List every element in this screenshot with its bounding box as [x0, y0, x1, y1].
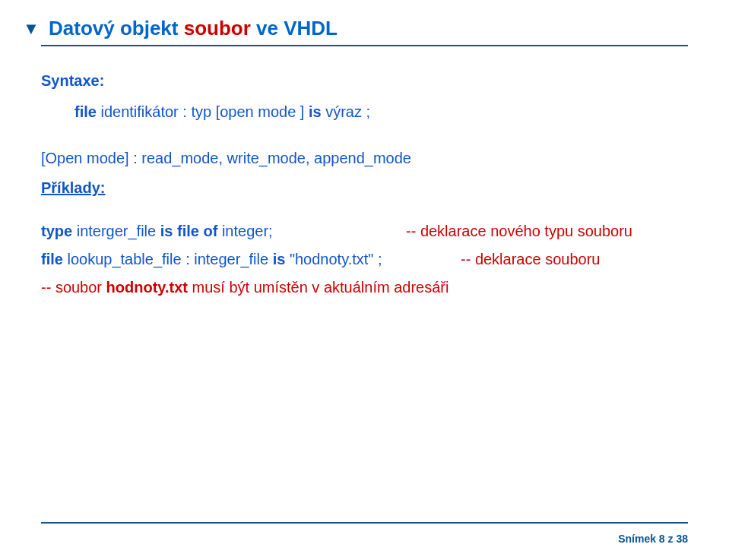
line1-body: interger_file	[72, 223, 160, 239]
kw-type: type	[41, 223, 72, 239]
syntax-line: file identifikátor : typ [open mode ] is…	[74, 103, 688, 121]
syntax-ident: identifikátor : typ [open mode ]	[97, 103, 309, 120]
kw-is: is	[309, 103, 322, 120]
line1-is: is	[160, 223, 173, 239]
open-mode-values: read_mode, write_mode, append_mode	[141, 150, 411, 166]
footer-divider	[41, 522, 688, 524]
triangle-down-icon: ▼	[21, 21, 41, 37]
examples-label: Příklady:	[41, 179, 688, 197]
line2-file: file	[41, 251, 63, 267]
line3-prefix: -- soubor	[41, 279, 106, 296]
line1-semi: integer;	[217, 223, 272, 239]
title-divider	[41, 45, 688, 46]
open-mode-line: [Open mode] : read_mode, write_mode, app…	[41, 150, 688, 167]
title-red: soubor	[184, 17, 256, 40]
title-part1: Datový objekt	[49, 17, 184, 40]
open-mode-label: [Open mode] :	[41, 150, 141, 166]
line2-quoted: "hodnoty.txt" ;	[285, 251, 382, 267]
code-line-1: type interger_file is file of integer; -…	[41, 223, 688, 240]
code-line-1-left: type interger_file is file of integer;	[41, 223, 406, 240]
line2-comment: -- deklarace souboru	[461, 251, 600, 268]
title-row: ▼ Datový objekt soubor ve VHDL	[41, 17, 688, 40]
code-line-2-left: file lookup_table_file : integer_file is…	[41, 251, 461, 268]
line1-file: file of	[173, 223, 217, 239]
line2-is: is	[273, 251, 286, 267]
syntax-label: Syntaxe:	[41, 72, 688, 90]
line1-comment: -- deklarace nového typu souboru	[406, 223, 632, 240]
line3-bold: hodnoty.txt	[106, 279, 188, 296]
page-title: Datový objekt soubor ve VHDL	[49, 17, 338, 40]
syntax-vyraz: výraz ;	[322, 103, 370, 120]
code-line-2: file lookup_table_file : integer_file is…	[41, 251, 688, 268]
kw-file: file	[74, 103, 97, 120]
line2-body: lookup_table_file : integer_file	[63, 251, 273, 267]
slide: ▼ Datový objekt soubor ve VHDL Syntaxe: …	[0, 0, 729, 560]
slide-number: Snímek 8 z 38	[618, 533, 688, 545]
line3-rest: musí být umístěn v aktuálním adresáři	[188, 279, 448, 296]
title-part2: ve VHDL	[256, 17, 338, 40]
code-line-3: -- soubor hodnoty.txt musí být umístěn v…	[41, 279, 688, 296]
